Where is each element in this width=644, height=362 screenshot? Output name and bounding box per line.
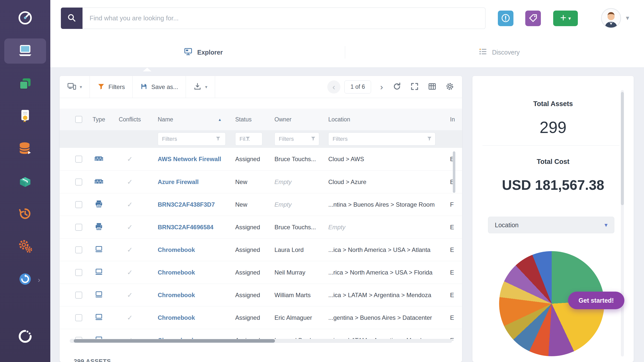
row-checkbox[interactable]	[75, 292, 82, 299]
save-as-button[interactable]: Save as...	[133, 76, 186, 98]
group-by-dropdown[interactable]: Location ▾	[488, 217, 614, 233]
prev-page-button[interactable]: ‹	[327, 80, 340, 94]
sort-asc-icon[interactable]: ▲	[218, 117, 222, 122]
table-horizontal-scrollbar[interactable]	[70, 339, 452, 343]
row-checkbox[interactable]	[75, 314, 82, 321]
asset-name-link[interactable]: BRN3C2AF4696584	[158, 224, 213, 231]
chevron-right-icon[interactable]: ›	[38, 276, 40, 284]
filters-button[interactable]: Filters	[90, 76, 132, 98]
sidebar-item-packages[interactable]	[15, 172, 35, 192]
toolbar-separator	[215, 76, 215, 98]
table-grid-icon	[428, 82, 437, 92]
row-checkbox[interactable]	[75, 224, 82, 231]
table-row[interactable]: ✓ Chromebook Assigned William Marts ...i…	[60, 284, 462, 306]
sidebar-item-software[interactable]	[15, 74, 35, 94]
brand-footer-logo	[15, 327, 35, 347]
tags-button[interactable]	[525, 11, 541, 26]
horizontal-scroll-thumb[interactable]	[74, 339, 275, 343]
laptop-icon	[95, 313, 103, 323]
sidebar-item-storage[interactable]	[15, 139, 35, 159]
row-checkbox[interactable]	[75, 269, 82, 276]
alerts-button[interactable]	[498, 11, 513, 26]
profile-chevron-icon[interactable]: ▾	[626, 14, 629, 22]
global-search	[61, 8, 486, 29]
active-tab-notch	[143, 68, 151, 71]
owner-cell: Bruce Touchs...	[264, 224, 319, 231]
asset-name-link[interactable]: AWS Network Firewall	[158, 156, 221, 162]
page-indicator[interactable]: 1 of 6	[344, 80, 371, 94]
table-row[interactable]: ✓ Chromebook Assigned Neil Murray ...ric…	[60, 261, 462, 284]
fullscreen-button[interactable]	[406, 76, 423, 98]
sidebar-item-assets[interactable]	[4, 38, 46, 64]
brand-logo[interactable]	[15, 8, 35, 28]
table-vertical-scrollbar[interactable]	[453, 151, 455, 193]
column-header-type[interactable]: Type	[87, 116, 111, 123]
group-by-label: Location	[495, 221, 519, 229]
owner-filter-input[interactable]	[274, 132, 319, 146]
row-checkbox[interactable]	[75, 201, 82, 208]
column-header-location[interactable]: Location	[319, 116, 435, 123]
row-checkbox[interactable]	[75, 246, 82, 253]
name-filter-input[interactable]	[158, 132, 226, 146]
table-row[interactable]: ✓ Chromebook Assigned Eric Almaguer ...g…	[60, 306, 462, 329]
column-header-owner[interactable]: Owner	[264, 116, 319, 123]
location-cell: ...ica > LATAM > Argentina > Mendoza	[319, 292, 435, 299]
asset-name-link[interactable]: Chromebook	[158, 269, 195, 276]
export-button[interactable]: ▾	[186, 76, 215, 98]
sidebar-item-history[interactable]	[15, 204, 35, 224]
certificate-icon	[19, 109, 32, 124]
status-cell: Assigned	[224, 314, 264, 321]
assets-table-card: ▾ Filters Save as... ▾	[60, 76, 462, 362]
get-started-button[interactable]: Get started!	[568, 292, 624, 309]
settings-button[interactable]	[441, 76, 459, 98]
search-input[interactable]	[83, 8, 486, 29]
asset-name-link[interactable]: Chromebook	[158, 292, 195, 298]
column-header-status[interactable]: Status	[224, 116, 264, 123]
table-row[interactable]: ✓ Azure Firewall New Empty Cloud > Azure…	[60, 170, 462, 193]
laptop-icon	[18, 43, 33, 59]
asset-name-link[interactable]: Chromebook	[158, 314, 195, 321]
tab-explorer[interactable]: Explorer	[184, 37, 223, 68]
search-button[interactable]	[61, 8, 83, 29]
column-header-conflicts[interactable]: Conflicts	[111, 116, 149, 123]
user-avatar[interactable]	[601, 8, 621, 28]
asset-type-selector[interactable]: ▾	[60, 76, 90, 98]
tab-explorer-label: Explorer	[197, 49, 223, 56]
column-settings-button[interactable]	[423, 76, 441, 98]
location-cell: Cloud > AWS	[319, 156, 435, 163]
gauge-logo-icon	[17, 10, 33, 27]
asset-name-link[interactable]: BRN3C2AF438F3D7	[158, 201, 215, 208]
refresh-icon	[392, 82, 401, 92]
sidebar-item-settings[interactable]	[15, 237, 35, 257]
add-button[interactable]: + ▾	[553, 11, 578, 26]
tab-discovery[interactable]: Discovery	[478, 37, 520, 68]
total-assets-label: Total Assets	[472, 100, 634, 108]
table-row[interactable]: ✓ AWS Network Firewall Assigned Bruce To…	[60, 148, 462, 170]
sidebar-item-sync[interactable]	[15, 269, 35, 290]
refresh-button[interactable]	[388, 76, 406, 98]
row-checkbox[interactable]	[75, 178, 82, 186]
save-as-label: Save as...	[151, 83, 178, 90]
status-cell: Assigned	[224, 269, 264, 276]
sidebar-item-licenses[interactable]	[15, 107, 35, 127]
table-row[interactable]: ✓ BRN3C2AF4696584 Assigned Bruce Touchs.…	[60, 216, 462, 238]
panel-scrollbar[interactable]	[621, 90, 624, 356]
main-content: ▾ Filters Save as... ▾	[50, 68, 644, 362]
circular-arrow-icon	[18, 272, 32, 287]
location-filter-input[interactable]	[328, 132, 435, 146]
owner-cell: Laura Lord	[264, 246, 319, 253]
owner-cell: Neil Murray	[264, 269, 319, 276]
column-header-overflow[interactable]: In	[435, 116, 462, 123]
table-row[interactable]: ✓ BRN3C2AF438F3D7 New Empty ...ntina > B…	[60, 193, 462, 216]
status-filter-input[interactable]	[235, 132, 262, 146]
asset-name-link[interactable]: Azure Firewall	[158, 178, 199, 185]
column-header-name[interactable]: Name ▲	[149, 116, 224, 123]
row-checkbox[interactable]	[75, 156, 82, 163]
select-all-checkbox[interactable]	[75, 116, 82, 123]
location-cell: Empty	[319, 224, 435, 231]
table-row[interactable]: ✓ Chromebook Assigned Laura Lord ...ica …	[60, 238, 462, 261]
next-page-button[interactable]: ›	[375, 80, 388, 94]
asset-name-link[interactable]: Chromebook	[158, 246, 195, 253]
panel-scroll-thumb[interactable]	[621, 92, 624, 205]
table-row[interactable]: ✓ Chromebook Assigned Leonard Burd... ..…	[60, 329, 462, 340]
